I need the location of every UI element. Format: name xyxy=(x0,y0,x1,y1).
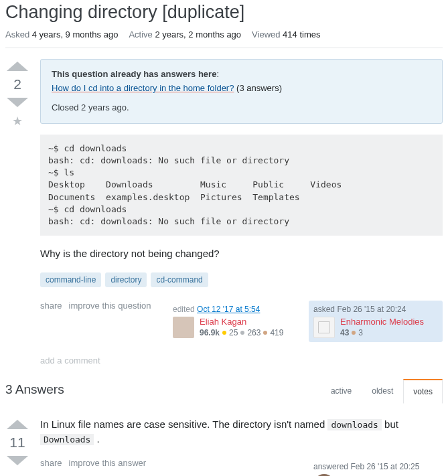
answer-text-3: . xyxy=(94,433,99,445)
post-menu: share improve this answer xyxy=(40,458,146,468)
question-prose: Why is the directory not being changed? xyxy=(40,246,443,262)
asked-label: Asked xyxy=(5,29,29,39)
ask-action: asked xyxy=(313,305,335,314)
bronze-count: 419 xyxy=(270,328,283,337)
vote-cell: 11 xyxy=(5,417,29,476)
answers-heading: 3 Answers xyxy=(5,382,64,397)
tag-list: command-line directory cd-command xyxy=(40,272,443,287)
upvote-icon[interactable] xyxy=(5,59,29,72)
divider xyxy=(5,48,443,48)
ask-timestamp: Feb 26 '15 at 20:24 xyxy=(337,305,406,314)
downvote-icon[interactable] xyxy=(5,455,29,468)
editor-name[interactable]: Eliah Kagan xyxy=(200,317,283,327)
duplicate-count: (3 answers) xyxy=(236,83,282,93)
share-link[interactable]: share xyxy=(40,458,62,468)
active-label: Active xyxy=(129,29,152,39)
question-post: 2 ★ This question already has answers he… xyxy=(5,59,443,378)
inline-code: downloads xyxy=(327,419,381,430)
tag[interactable]: cd-command xyxy=(151,272,208,287)
bronze-badge-icon xyxy=(263,331,267,335)
answer-text-1: In Linux file names are case sensitive. … xyxy=(40,418,327,430)
bronze-badge-icon xyxy=(352,331,356,335)
viewed-label: Viewed xyxy=(252,29,280,39)
notice-heading: This question already has answers here xyxy=(52,69,216,79)
tab-votes[interactable]: votes xyxy=(403,379,443,404)
silver-count: 263 xyxy=(247,328,260,337)
tab-active[interactable]: active xyxy=(321,379,362,404)
share-link[interactable]: share xyxy=(40,301,62,311)
silver-badge-icon xyxy=(240,331,244,335)
bronze-count: 3 xyxy=(358,328,363,337)
closed-line: Closed 2 years ago. xyxy=(52,101,431,115)
active-value: 2 years, 2 months ago xyxy=(155,29,241,39)
answer-owner-signature: answered Feb 26 '15 at 20:25 Florian Die… xyxy=(309,458,443,476)
upvote-icon[interactable] xyxy=(5,417,29,430)
editor-rep: 96.9k xyxy=(200,328,220,337)
vote-cell: 2 ★ xyxy=(5,59,29,378)
vote-count: 2 xyxy=(13,76,21,92)
answer-post: 11 In Linux file names are case sensitiv… xyxy=(5,417,443,476)
answer-prose: In Linux file names are case sensitive. … xyxy=(40,417,443,447)
viewed-value: 414 times xyxy=(283,29,320,39)
inline-code: Downloads xyxy=(40,434,94,445)
vote-count: 11 xyxy=(9,434,25,451)
answer-text-2: but xyxy=(382,418,398,430)
gold-badge-icon xyxy=(222,331,226,335)
code-block: ~$ cd downloads bash: cd: downloads: No … xyxy=(40,135,443,236)
answerer-name[interactable]: Florian Diesch xyxy=(340,474,424,476)
question-title[interactable]: Changing directory [duplicate] xyxy=(5,0,443,24)
tag[interactable]: directory xyxy=(105,272,147,287)
duplicate-notice: This question already has answers here: … xyxy=(40,59,443,123)
edit-timestamp[interactable]: Oct 12 '17 at 5:54 xyxy=(197,305,260,314)
add-comment-link[interactable]: add a comment xyxy=(40,355,443,366)
answer-action: answered xyxy=(313,462,348,471)
asked-value: 4 years, 9 months ago xyxy=(32,29,119,39)
editor-signature: edited Oct 12 '17 at 5:54 Eliah Kagan 96… xyxy=(168,301,302,342)
post-menu: share improve this question xyxy=(40,301,151,311)
tag[interactable]: command-line xyxy=(40,272,101,287)
sort-tabs: active oldest votes xyxy=(321,379,443,404)
owner-signature: asked Feb 26 '15 at 20:24 Enharmonic Mel… xyxy=(309,301,443,342)
avatar[interactable] xyxy=(313,317,335,338)
downvote-icon[interactable] xyxy=(5,96,29,110)
improve-link[interactable]: improve this answer xyxy=(69,458,147,468)
owner-name[interactable]: Enharmonic Melodies xyxy=(340,317,424,327)
tab-oldest[interactable]: oldest xyxy=(362,379,403,404)
answer-timestamp: Feb 26 '15 at 20:25 xyxy=(350,462,419,471)
favorite-star-icon[interactable]: ★ xyxy=(12,114,23,129)
question-meta: Asked 4 years, 9 months ago Active 2 yea… xyxy=(5,29,443,39)
avatar[interactable] xyxy=(313,474,335,476)
owner-rep: 43 xyxy=(340,328,349,337)
edit-action: edited xyxy=(173,305,195,314)
improve-link[interactable]: improve this question xyxy=(69,301,151,311)
duplicate-link[interactable]: How do I cd into a directory in the home… xyxy=(52,83,234,93)
avatar[interactable] xyxy=(173,317,194,338)
gold-count: 25 xyxy=(229,328,238,337)
